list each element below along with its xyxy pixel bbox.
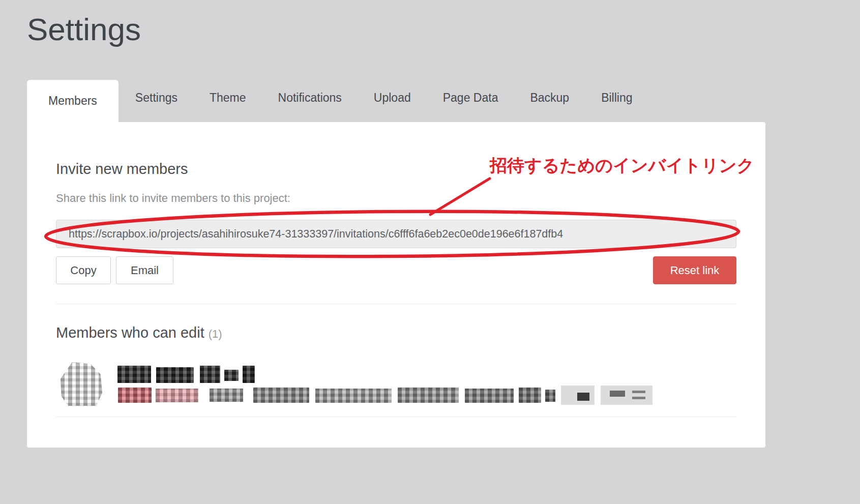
member-details-redacted [465,389,514,403]
member-details-redacted [315,389,392,403]
members-section-heading: Members who can edit(1) [56,324,222,341]
copy-button[interactable]: Copy [56,256,111,284]
settings-page: Settings Members Settings Theme Notifica… [0,0,860,504]
invite-description: Share this link to invite members to thi… [56,192,290,205]
reset-link-button[interactable]: Reset link [653,256,736,284]
page-title: Settings [27,11,141,47]
member-chip-redacted [561,386,595,405]
member-name-redacted [200,366,220,383]
member-name-redacted [117,366,151,383]
members-heading-text: Members who can edit [56,324,204,341]
member-details-redacted [210,389,243,402]
member-row-divider [56,417,736,417]
member-name-redacted [156,367,194,383]
section-divider [56,304,736,304]
settings-tab-bar: Members Settings Theme Notifications Upl… [27,80,648,122]
tab-members[interactable]: Members [27,80,118,122]
annotation-label: 招待するためのインバイトリンク [490,154,754,177]
member-email-redacted [156,389,198,402]
member-details-redacted [398,388,459,403]
email-button[interactable]: Email [116,256,173,284]
tab-billing[interactable]: Billing [586,80,647,116]
member-details-redacted [519,388,541,403]
invite-link-input[interactable] [56,220,736,248]
member-details-redacted [253,388,309,403]
tab-upload[interactable]: Upload [359,80,426,116]
member-details-redacted [545,390,555,402]
tab-theme[interactable]: Theme [194,80,261,116]
tab-backup[interactable]: Backup [515,80,584,116]
member-name-redacted [224,370,239,381]
tab-settings[interactable]: Settings [120,80,193,116]
tab-notifications[interactable]: Notifications [263,80,357,116]
member-email-redacted [118,388,152,403]
members-count: (1) [209,328,222,340]
member-chip-redacted [601,386,653,405]
member-name-redacted [243,366,255,383]
invite-section-heading: Invite new members [56,161,188,177]
tab-page-data[interactable]: Page Data [428,80,514,116]
